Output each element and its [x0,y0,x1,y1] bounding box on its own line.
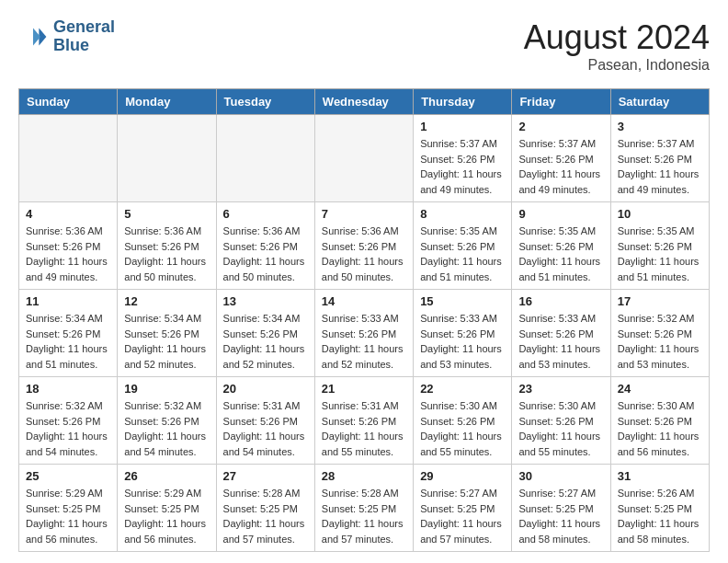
calendar-cell: 11Sunrise: 5:34 AMSunset: 5:26 PMDayligh… [19,290,118,377]
calendar-cell: 31Sunrise: 5:26 AMSunset: 5:25 PMDayligh… [610,465,709,552]
day-info: Sunrise: 5:30 AMSunset: 5:26 PMDaylight:… [618,398,702,459]
calendar-cell: 5Sunrise: 5:36 AMSunset: 5:26 PMDaylight… [118,202,216,290]
day-number: 3 [618,120,702,133]
day-number: 15 [420,294,505,308]
day-info: Sunrise: 5:32 AMSunset: 5:26 PMDaylight:… [618,311,702,372]
day-info: Sunrise: 5:26 AMSunset: 5:25 PMDaylight:… [618,486,702,546]
calendar-cell: 13Sunrise: 5:34 AMSunset: 5:26 PMDayligh… [216,290,314,377]
week-row-4: 18Sunrise: 5:32 AMSunset: 5:26 PMDayligh… [19,377,710,465]
week-row-1: 1Sunrise: 5:37 AMSunset: 5:26 PMDaylight… [19,115,710,202]
calendar-cell: 8Sunrise: 5:35 AMSunset: 5:26 PMDaylight… [414,202,512,290]
weekday-header-saturday: Saturday [610,89,709,115]
day-number: 10 [618,207,702,221]
calendar-cell: 15Sunrise: 5:33 AMSunset: 5:26 PMDayligh… [414,290,512,377]
calendar-cell: 21Sunrise: 5:31 AMSunset: 5:26 PMDayligh… [314,377,413,465]
day-info: Sunrise: 5:31 AMSunset: 5:26 PMDaylight:… [322,398,406,459]
calendar-cell: 3Sunrise: 5:37 AMSunset: 5:26 PMDaylight… [610,115,709,202]
day-info: Sunrise: 5:37 AMSunset: 5:26 PMDaylight:… [618,136,702,197]
day-number: 17 [618,294,702,308]
calendar-cell: 30Sunrise: 5:27 AMSunset: 5:25 PMDayligh… [512,465,610,552]
calendar-cell: 16Sunrise: 5:33 AMSunset: 5:26 PMDayligh… [512,290,610,377]
day-info: Sunrise: 5:29 AMSunset: 5:25 PMDaylight:… [26,486,110,546]
calendar-cell: 20Sunrise: 5:31 AMSunset: 5:26 PMDayligh… [216,377,314,465]
day-number: 29 [420,469,505,483]
calendar-cell: 6Sunrise: 5:36 AMSunset: 5:26 PMDaylight… [216,202,314,290]
calendar-cell: 18Sunrise: 5:32 AMSunset: 5:26 PMDayligh… [19,377,118,465]
calendar-cell: 17Sunrise: 5:32 AMSunset: 5:26 PMDayligh… [610,290,709,377]
calendar-cell: 19Sunrise: 5:32 AMSunset: 5:26 PMDayligh… [118,377,216,465]
day-info: Sunrise: 5:27 AMSunset: 5:25 PMDaylight:… [420,486,505,546]
calendar-cell [19,115,118,202]
day-info: Sunrise: 5:32 AMSunset: 5:26 PMDaylight:… [26,398,110,459]
day-info: Sunrise: 5:34 AMSunset: 5:26 PMDaylight:… [223,311,308,372]
calendar-cell: 24Sunrise: 5:30 AMSunset: 5:26 PMDayligh… [610,377,709,465]
weekday-header-row: SundayMondayTuesdayWednesdayThursdayFrid… [19,89,710,115]
day-number: 23 [518,382,603,396]
day-info: Sunrise: 5:37 AMSunset: 5:26 PMDaylight:… [420,136,505,197]
day-info: Sunrise: 5:36 AMSunset: 5:26 PMDaylight:… [26,224,110,284]
logo: General Blue [18,18,115,55]
calendar-cell: 25Sunrise: 5:29 AMSunset: 5:25 PMDayligh… [19,465,118,552]
calendar-cell: 4Sunrise: 5:36 AMSunset: 5:26 PMDaylight… [19,202,118,290]
day-number: 14 [322,294,406,308]
calendar-cell [216,115,314,202]
calendar-cell: 7Sunrise: 5:36 AMSunset: 5:26 PMDaylight… [314,202,413,290]
title-block: August 2024 Pasean, Indonesia [524,18,710,74]
calendar-cell [314,115,413,202]
calendar-table: SundayMondayTuesdayWednesdayThursdayFrid… [18,88,710,552]
weekday-header-friday: Friday [512,89,610,115]
day-number: 20 [223,382,308,396]
day-number: 27 [223,469,308,483]
day-number: 4 [26,207,110,221]
calendar-cell: 22Sunrise: 5:30 AMSunset: 5:26 PMDayligh… [414,377,512,465]
day-info: Sunrise: 5:37 AMSunset: 5:26 PMDaylight:… [518,136,603,197]
calendar-cell: 29Sunrise: 5:27 AMSunset: 5:25 PMDayligh… [414,465,512,552]
day-number: 24 [618,382,702,396]
week-row-2: 4Sunrise: 5:36 AMSunset: 5:26 PMDaylight… [19,202,710,290]
day-info: Sunrise: 5:33 AMSunset: 5:26 PMDaylight:… [518,311,603,372]
day-info: Sunrise: 5:36 AMSunset: 5:26 PMDaylight:… [223,224,308,284]
day-number: 28 [322,469,406,483]
day-info: Sunrise: 5:27 AMSunset: 5:25 PMDaylight:… [518,486,603,546]
day-number: 9 [518,207,603,221]
day-info: Sunrise: 5:36 AMSunset: 5:26 PMDaylight:… [124,224,209,284]
calendar-cell: 26Sunrise: 5:29 AMSunset: 5:25 PMDayligh… [118,465,216,552]
calendar-cell: 27Sunrise: 5:28 AMSunset: 5:25 PMDayligh… [216,465,314,552]
day-info: Sunrise: 5:32 AMSunset: 5:26 PMDaylight:… [124,398,209,459]
day-info: Sunrise: 5:36 AMSunset: 5:26 PMDaylight:… [322,224,406,284]
day-number: 12 [124,294,209,308]
day-info: Sunrise: 5:31 AMSunset: 5:26 PMDaylight:… [223,398,308,459]
day-number: 21 [322,382,406,396]
day-info: Sunrise: 5:30 AMSunset: 5:26 PMDaylight:… [420,398,505,459]
weekday-header-tuesday: Tuesday [216,89,314,115]
day-info: Sunrise: 5:34 AMSunset: 5:26 PMDaylight:… [26,311,110,372]
weekday-header-sunday: Sunday [19,89,118,115]
logo-line2: Blue [53,37,115,55]
calendar-cell: 28Sunrise: 5:28 AMSunset: 5:25 PMDayligh… [314,465,413,552]
weekday-header-monday: Monday [118,89,216,115]
day-info: Sunrise: 5:35 AMSunset: 5:26 PMDaylight:… [420,224,505,284]
calendar-cell: 10Sunrise: 5:35 AMSunset: 5:26 PMDayligh… [610,202,709,290]
day-number: 6 [223,207,308,221]
day-info: Sunrise: 5:33 AMSunset: 5:26 PMDaylight:… [420,311,505,372]
day-number: 8 [420,207,505,221]
month-title: August 2024 [524,18,710,57]
calendar-cell: 1Sunrise: 5:37 AMSunset: 5:26 PMDaylight… [414,115,512,202]
day-info: Sunrise: 5:29 AMSunset: 5:25 PMDaylight:… [124,486,209,546]
day-number: 5 [124,207,209,221]
day-info: Sunrise: 5:28 AMSunset: 5:25 PMDaylight:… [322,486,406,546]
page-header: General Blue August 2024 Pasean, Indones… [18,18,710,74]
day-info: Sunrise: 5:28 AMSunset: 5:25 PMDaylight:… [223,486,308,546]
day-number: 22 [420,382,505,396]
day-number: 31 [618,469,702,483]
day-info: Sunrise: 5:33 AMSunset: 5:26 PMDaylight:… [322,311,406,372]
calendar-cell: 9Sunrise: 5:35 AMSunset: 5:26 PMDaylight… [512,202,610,290]
day-number: 25 [26,469,110,483]
week-row-3: 11Sunrise: 5:34 AMSunset: 5:26 PMDayligh… [19,290,710,377]
weekday-header-wednesday: Wednesday [314,89,413,115]
day-info: Sunrise: 5:30 AMSunset: 5:26 PMDaylight:… [518,398,603,459]
day-number: 13 [223,294,308,308]
day-number: 7 [322,207,406,221]
calendar-cell: 23Sunrise: 5:30 AMSunset: 5:26 PMDayligh… [512,377,610,465]
day-number: 19 [124,382,209,396]
